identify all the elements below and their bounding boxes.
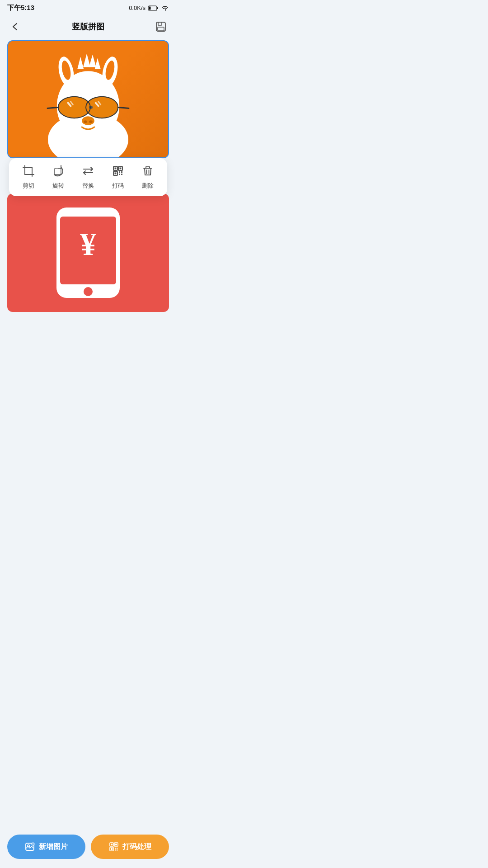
- svg-rect-4: [158, 22, 162, 25]
- header: 竖版拼图: [0, 14, 176, 40]
- svg-rect-5: [158, 27, 164, 31]
- code-label: 打码: [112, 182, 124, 190]
- delete-label: 删除: [142, 182, 154, 190]
- svg-rect-35: [115, 168, 117, 170]
- rotate-label: 旋转: [52, 182, 64, 190]
- replace-label: 替换: [82, 182, 94, 190]
- image-card-alpaca[interactable]: [7, 40, 169, 158]
- back-button[interactable]: [7, 19, 23, 35]
- replace-icon: [82, 165, 94, 179]
- save-icon: [155, 21, 167, 33]
- svg-rect-1: [157, 7, 158, 9]
- svg-marker-14: [89, 55, 96, 67]
- rotate-icon: [52, 165, 65, 179]
- svg-rect-41: [121, 174, 122, 175]
- payment-illustration: ¥: [44, 205, 133, 300]
- delete-icon: [141, 165, 154, 179]
- code-icon: [112, 165, 124, 179]
- wifi-icon: [161, 5, 169, 11]
- svg-rect-40: [119, 174, 120, 175]
- svg-rect-39: [121, 171, 122, 173]
- save-button[interactable]: [153, 19, 169, 35]
- toolbar-replace[interactable]: 替换: [73, 165, 103, 190]
- alpaca-background: [8, 41, 168, 157]
- svg-point-29: [89, 120, 93, 123]
- page-title: 竖版拼图: [72, 21, 104, 32]
- svg-point-46: [84, 287, 93, 296]
- svg-rect-30: [25, 167, 32, 175]
- svg-line-25: [47, 107, 58, 108]
- toolbar-popup: 剪切 旋转 替换: [9, 158, 167, 196]
- alpaca-illustration: [8, 41, 168, 157]
- canvas-area: 剪切 旋转 替换: [0, 40, 176, 312]
- image-card-payment[interactable]: ¥: [7, 193, 169, 311]
- svg-rect-37: [115, 173, 117, 175]
- crop-label: 剪切: [23, 182, 34, 190]
- status-time: 下午5:13: [7, 4, 34, 12]
- svg-line-26: [118, 107, 129, 108]
- toolbar-code[interactable]: 打码: [103, 165, 133, 190]
- svg-point-28: [84, 120, 87, 123]
- svg-text:¥: ¥: [80, 226, 96, 262]
- svg-rect-31: [55, 168, 61, 175]
- status-bar: 下午5:13 0.0K/s: [0, 0, 176, 14]
- network-speed: 0.0K/s: [129, 5, 145, 11]
- toolbar-crop[interactable]: 剪切: [14, 165, 43, 190]
- svg-marker-12: [77, 57, 84, 69]
- toolbar-rotate[interactable]: 旋转: [43, 165, 73, 190]
- svg-point-27: [82, 116, 94, 125]
- battery-icon: [148, 5, 158, 11]
- svg-rect-2: [149, 6, 151, 9]
- toolbar-delete[interactable]: 删除: [133, 165, 163, 190]
- crop-icon: [22, 165, 35, 179]
- svg-rect-38: [119, 171, 120, 173]
- svg-marker-15: [95, 58, 101, 69]
- svg-marker-13: [83, 54, 90, 67]
- svg-rect-36: [120, 168, 122, 170]
- status-right: 0.0K/s: [129, 5, 169, 11]
